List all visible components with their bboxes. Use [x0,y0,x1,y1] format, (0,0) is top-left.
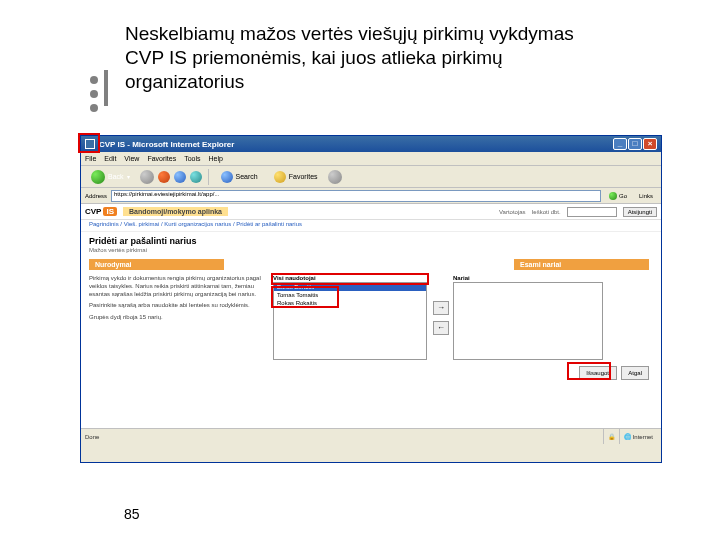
save-button[interactable]: Išsaugoti [579,366,617,380]
slide-page-number: 85 [124,506,140,522]
forward-button[interactable] [140,170,154,184]
links-label[interactable]: Links [635,193,657,199]
search-icon [221,171,233,183]
page-subtitle: Mažos vertės pirkimai [81,247,661,257]
menu-tools[interactable]: Tools [184,155,200,162]
list-item[interactable]: Euras Euraitis [274,283,426,291]
user-label: Vartotojas [499,209,526,215]
refresh-button[interactable] [174,171,186,183]
logout-button[interactable]: Atsijungti [623,207,657,217]
menu-favorites[interactable]: Favorites [147,155,176,162]
breadcrumb[interactable]: Pagrindinis / Vieš. pirkimai / Kurti org… [81,220,661,232]
address-input[interactable]: https://pirkimai.eviesiejipirkimai.lt/ap… [111,190,601,202]
star-icon [274,171,286,183]
go-icon [609,192,617,200]
cvp-logo[interactable]: CVPIS [85,207,117,216]
ie-icon [85,139,95,149]
status-zone: 🌐 Internet [619,429,657,444]
menu-file[interactable]: File [85,155,96,162]
status-bar: Done 🔒 🌐 Internet [81,428,661,444]
close-button[interactable]: × [643,138,657,150]
column-instructions: Nurodymai [89,259,224,270]
page-content: CVPIS Bandomoji/mokymo aplinka Vartotoja… [81,204,661,428]
home-button[interactable] [190,171,202,183]
back-icon [91,170,105,184]
transfer-arrows: → ← [433,275,449,360]
remove-member-button[interactable]: ← [433,321,449,335]
ie-browser-window: CVP IS - Microsoft Internet Explorer _ □… [80,135,662,463]
add-member-button[interactable]: → [433,301,449,315]
environment-label: Bandomoji/mokymo aplinka [123,207,228,216]
toolbar: Back▾ Search Favorites [81,166,661,188]
history-button[interactable] [328,170,342,184]
column-members: Esami nariai [514,259,649,270]
search-button[interactable]: Search [215,169,264,185]
menu-help[interactable]: Help [209,155,223,162]
slide-title: Neskelbiamų mažos vertės viešųjų pirkimų… [125,22,605,93]
address-bar: Address https://pirkimai.eviesiejipirkim… [81,188,661,204]
maximize-button[interactable]: □ [628,138,642,150]
cancel-button[interactable]: Atgal [621,366,649,380]
status-lock: 🔒 [603,429,619,444]
list-item[interactable]: Tomas Tomaitis [274,291,426,299]
menu-edit[interactable]: Edit [104,155,116,162]
members-listbox[interactable] [453,282,603,360]
list-item[interactable]: Rokas Rokaitis [274,299,426,307]
favorites-button[interactable]: Favorites [268,169,324,185]
window-title: CVP IS - Microsoft Internet Explorer [99,140,234,149]
menu-view[interactable]: View [124,155,139,162]
minimize-button[interactable]: _ [613,138,627,150]
all-users-label: Visi naudotojai [273,275,316,281]
back-button[interactable]: Back▾ [85,169,136,185]
page-title: Pridėti ar pašalinti narius [81,232,661,247]
status-done: Done [85,434,99,440]
stop-button[interactable] [158,171,170,183]
go-button[interactable]: Go [605,190,631,202]
search-label: Ieškoti dbt. [532,209,561,215]
header-search-input[interactable] [567,207,617,217]
menubar: File Edit View Favorites Tools Help [81,152,661,166]
address-label: Address [85,193,107,199]
available-users-listbox[interactable]: Euras Euraitis Tomas Tomaitis Rokas Roka… [273,282,427,360]
window-titlebar[interactable]: CVP IS - Microsoft Internet Explorer _ □… [81,136,661,152]
instructions-text: Pirkimą vykdo ir dokumentus rengia pirki… [89,275,269,360]
page-header: CVPIS Bandomoji/mokymo aplinka Vartotoja… [81,204,661,220]
members-label: Nariai [453,275,603,282]
